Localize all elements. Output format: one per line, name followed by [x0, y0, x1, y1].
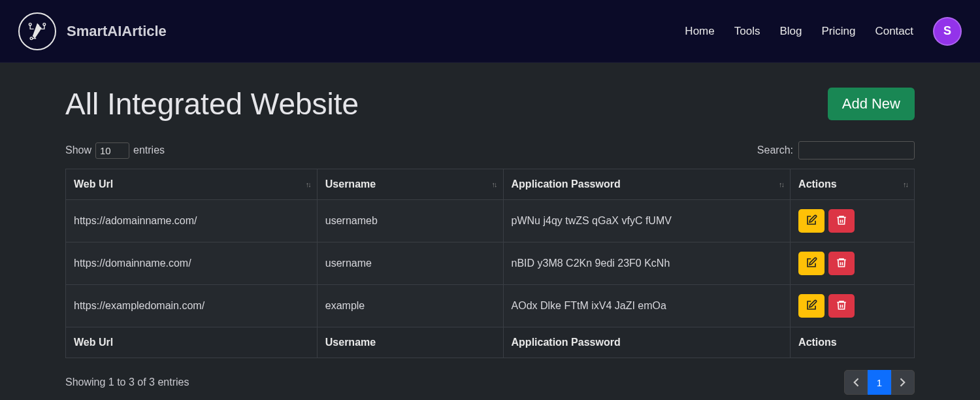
cell-actions [791, 200, 915, 242]
brand[interactable]: SmartAIArticle [18, 12, 167, 50]
edit-icon [806, 257, 817, 271]
tf-web-url: Web Url [66, 327, 318, 358]
edit-button[interactable] [798, 252, 825, 275]
cell-url: https://domainname.com/ [66, 242, 318, 285]
cell-password: AOdx Dlke FTtM ixV4 JaZI emOa [503, 285, 791, 327]
edit-icon [806, 214, 817, 228]
table-controls: Show entries Search: [65, 141, 915, 159]
search-label: Search: [757, 144, 793, 156]
search-wrap: Search: [757, 141, 915, 159]
show-label-pre: Show [65, 144, 91, 156]
tf-username: Username [317, 327, 503, 358]
edit-icon [806, 299, 817, 313]
th-web-url-label: Web Url [74, 178, 113, 190]
svg-point-0 [29, 23, 31, 25]
cell-username: username [317, 242, 503, 285]
nav-right: Home Tools Blog Pricing Contact S [685, 17, 962, 46]
sort-icon: ↑↓ [779, 180, 783, 188]
edit-button[interactable] [798, 294, 825, 318]
svg-point-2 [30, 37, 33, 40]
sort-icon: ↑↓ [492, 180, 497, 188]
table-row: https://domainname.com/usernamenBID y3M8… [66, 242, 915, 285]
main-container: All Integrated Website Add New Show entr… [0, 63, 980, 395]
delete-button[interactable] [828, 209, 855, 233]
cell-actions [791, 285, 915, 327]
sort-icon: ↑↓ [903, 180, 907, 188]
cell-username: usernameb [317, 200, 503, 242]
sort-icon: ↑↓ [306, 180, 310, 188]
table-footer: Showing 1 to 3 of 3 entries 1 [65, 370, 915, 395]
add-new-button[interactable]: Add New [828, 88, 915, 120]
nav-link-contact[interactable]: Contact [875, 25, 913, 38]
page-header: All Integrated Website Add New [65, 86, 915, 122]
page-1-button[interactable]: 1 [868, 370, 891, 395]
tf-password: Application Password [503, 327, 791, 358]
table-row: https://exampledomain.com/exampleAOdx Dl… [66, 285, 915, 327]
cell-url: https://exampledomain.com/ [66, 285, 318, 327]
th-username-label: Username [325, 178, 376, 190]
show-label-post: entries [133, 144, 165, 156]
cell-username: example [317, 285, 503, 327]
trash-icon [836, 257, 847, 271]
edit-button[interactable] [798, 209, 825, 233]
websites-table: Web Url ↑↓ Username ↑↓ Application Passw… [65, 169, 915, 358]
table-row: https://adomainname.com/usernamebpWNu j4… [66, 200, 915, 242]
th-actions-label: Actions [798, 178, 837, 190]
entries-input[interactable] [95, 142, 129, 159]
tf-actions: Actions [791, 327, 915, 358]
cell-actions [791, 242, 915, 285]
table-info: Showing 1 to 3 of 3 entries [65, 376, 189, 388]
chevron-right-icon [900, 378, 906, 387]
delete-button[interactable] [828, 252, 855, 275]
delete-button[interactable] [828, 294, 855, 318]
nav-link-pricing[interactable]: Pricing [821, 25, 855, 38]
show-entries: Show entries [65, 142, 165, 159]
trash-icon [836, 299, 847, 313]
th-password-label: Application Password [512, 178, 621, 190]
cell-url: https://adomainname.com/ [66, 200, 318, 242]
nav-link-blog[interactable]: Blog [779, 25, 802, 38]
brand-logo-icon [18, 12, 56, 50]
svg-point-1 [43, 23, 46, 25]
cell-password: pWNu j4qy twZS qGaX vfyC fUMV [503, 200, 791, 242]
chevron-left-icon [853, 378, 859, 387]
avatar[interactable]: S [933, 17, 962, 46]
page-prev-button[interactable] [844, 370, 868, 395]
th-actions[interactable]: Actions ↑↓ [791, 169, 915, 200]
nav-link-tools[interactable]: Tools [734, 25, 760, 38]
brand-name: SmartAIArticle [67, 23, 167, 40]
page-next-button[interactable] [891, 370, 915, 395]
th-username[interactable]: Username ↑↓ [317, 169, 503, 200]
th-web-url[interactable]: Web Url ↑↓ [66, 169, 318, 200]
navbar: SmartAIArticle Home Tools Blog Pricing C… [0, 0, 980, 63]
cell-password: nBID y3M8 C2Kn 9edi 23F0 KcNh [503, 242, 791, 285]
page-title: All Integrated Website [65, 86, 359, 122]
nav-link-home[interactable]: Home [685, 25, 714, 38]
th-password[interactable]: Application Password ↑↓ [503, 169, 791, 200]
trash-icon [836, 214, 847, 228]
search-input[interactable] [798, 141, 915, 159]
pagination: 1 [844, 370, 915, 395]
